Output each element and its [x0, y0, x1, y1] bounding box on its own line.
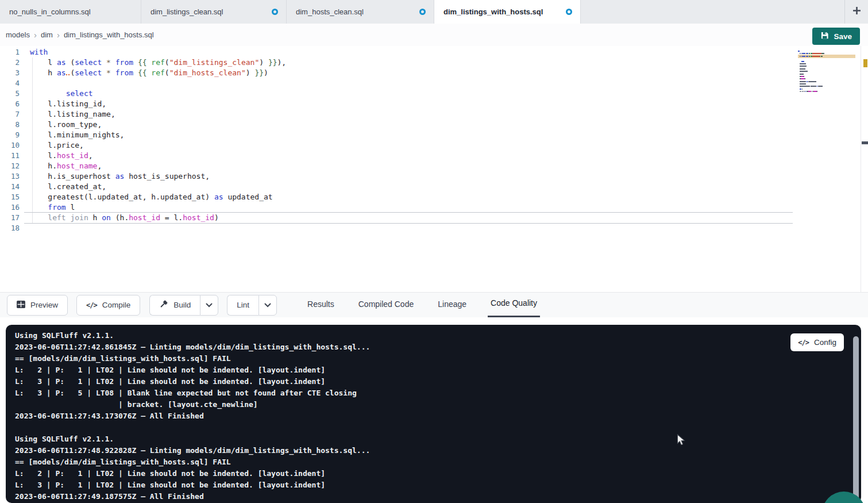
line-number: 1	[0, 47, 20, 57]
chevron-right-icon: ›	[57, 30, 60, 39]
line-number: 3	[0, 68, 20, 78]
preview-button-label: Preview	[30, 301, 58, 309]
overview-ruler-warning-marker[interactable]	[863, 59, 867, 67]
code-line[interactable]: 4	[0, 78, 868, 89]
unsaved-dot-icon	[272, 9, 278, 15]
code-line[interactable]: 2 l as (select * from {{ ref("dim_listin…	[0, 57, 868, 68]
code-line[interactable]: 13 h.is_superhost as host_is_superhost,	[0, 171, 868, 182]
preview-button[interactable]: Preview	[7, 295, 68, 316]
code-line[interactable]: 7 l.listing_name,	[0, 109, 868, 120]
line-number: 14	[0, 182, 20, 192]
file-tab-dim-hosts-clean[interactable]: dim_hosts_clean.sql	[287, 0, 434, 24]
hammer-icon	[159, 300, 168, 310]
chevron-down-icon	[264, 301, 271, 309]
lint-button[interactable]: Lint	[227, 295, 259, 316]
tab-label: Lineage	[438, 300, 466, 309]
floppy-save-icon	[820, 31, 829, 41]
line-number: 17	[0, 213, 20, 223]
file-tab-dim-listings-clean[interactable]: dim_listings_clean.sql	[141, 0, 287, 24]
code-line[interactable]: 11 l.host_id,	[0, 151, 868, 161]
breadcrumb-item-dim[interactable]: dim	[41, 30, 53, 39]
line-number: 12	[0, 161, 20, 171]
unsaved-dot-icon	[419, 9, 426, 15]
code-line[interactable]: 6 l.listing_id,	[0, 99, 868, 109]
lint-button-group: Lint	[227, 295, 277, 316]
tab-lineage[interactable]: Lineage	[435, 293, 469, 317]
breadcrumb-item-models[interactable]: models	[6, 30, 30, 39]
result-tab-bar: Results Compiled Code Lineage Code Quali…	[304, 293, 558, 317]
save-button[interactable]: Save	[812, 28, 860, 45]
tab-bar-extra	[844, 0, 868, 24]
code-line[interactable]: 16 from l	[0, 202, 868, 213]
lint-output-terminal: Using SQLFluff v2.1.1.2023-06-06T11:27:4…	[6, 325, 861, 503]
editor-right-border	[861, 46, 861, 292]
line-number: 9	[0, 130, 20, 140]
code-line[interactable]: 12 h.host_name,	[0, 161, 868, 171]
file-tab-label: no_nulls_in_columns.sql	[9, 7, 91, 16]
line-number: 2	[0, 57, 20, 68]
code-line[interactable]: 15 greatest(l.updated_at, h.updated_at) …	[0, 192, 868, 202]
sql-editor[interactable]: 1with2 l as (select * from {{ ref("dim_l…	[0, 46, 868, 292]
line-number: 5	[0, 89, 20, 99]
terminal-scrollbar[interactable]	[853, 336, 859, 502]
overview-ruler-cursor-marker[interactable]	[862, 141, 868, 144]
file-tab-bar: no_nulls_in_columns.sql dim_listings_cle…	[0, 0, 868, 24]
line-number: 11	[0, 151, 20, 161]
file-tab-label: dim_listings_clean.sql	[151, 7, 223, 16]
code-line[interactable]: 10 l.price,	[0, 140, 868, 151]
breadcrumb-item-file[interactable]: dim_listings_with_hosts.sql	[64, 30, 154, 39]
chevron-down-icon	[206, 301, 213, 309]
tab-label: Code Quality	[491, 298, 537, 308]
code-line[interactable]: 9 l.minimum_nights,	[0, 130, 868, 140]
file-tab-label: dim_listings_with_hosts.sql	[443, 7, 543, 16]
minimap[interactable]	[798, 51, 855, 96]
file-tab-no-nulls-in-columns[interactable]: no_nulls_in_columns.sql	[0, 0, 141, 24]
plus-icon	[852, 6, 861, 17]
line-number: 13	[0, 171, 20, 182]
code-line[interactable]: 17 left join h on (h.host_id = l.host_id…	[0, 213, 868, 223]
file-tab-label: dim_hosts_clean.sql	[296, 7, 364, 16]
config-button[interactable]: </> Config	[790, 333, 844, 351]
tab-results[interactable]: Results	[304, 293, 337, 317]
action-toolbar: Preview </> Compile Build	[0, 292, 868, 317]
terminal-lines: Using SQLFluff v2.1.1.2023-06-06T11:27:4…	[6, 325, 861, 503]
code-icon: </>	[798, 339, 809, 347]
line-number: 7	[0, 109, 20, 120]
breadcrumb-bar: models › dim › dim_listings_with_hosts.s…	[0, 24, 868, 46]
config-button-label: Config	[814, 338, 836, 347]
tab-code-quality[interactable]: Code Quality	[488, 293, 540, 317]
code-icon: </>	[86, 301, 97, 309]
build-button-group: Build	[149, 295, 218, 316]
build-dropdown-button[interactable]	[200, 295, 218, 316]
table-grid-icon	[17, 301, 25, 310]
chevron-right-icon: ›	[34, 30, 37, 39]
line-number: 16	[0, 202, 20, 213]
new-tab-button[interactable]	[845, 0, 868, 24]
build-button[interactable]: Build	[149, 295, 200, 316]
compile-button-label: Compile	[102, 301, 131, 309]
dbt-cloud-ide: no_nulls_in_columns.sql dim_listings_cle…	[0, 0, 868, 503]
line-number: 15	[0, 192, 20, 202]
tab-label: Compiled Code	[358, 300, 414, 309]
unsaved-dot-icon	[566, 9, 572, 15]
code-line[interactable]: 14 l.created_at,	[0, 182, 868, 192]
lint-button-label: Lint	[237, 301, 249, 309]
line-number: 6	[0, 99, 20, 109]
build-button-label: Build	[173, 301, 191, 309]
code-line[interactable]: 3 h as (select * from {{ ref("dim_hosts_…	[0, 68, 868, 78]
tab-label: Results	[307, 300, 334, 309]
line-number: 8	[0, 120, 20, 130]
code-lines: 1with2 l as (select * from {{ ref("dim_l…	[0, 47, 868, 233]
code-line[interactable]: 18	[0, 223, 868, 233]
line-number: 10	[0, 140, 20, 151]
code-line[interactable]: 8 l.room_type,	[0, 120, 868, 130]
file-tab-dim-listings-with-hosts[interactable]: dim_listings_with_hosts.sql	[434, 0, 581, 24]
code-line[interactable]: 5 select	[0, 89, 868, 99]
compile-button[interactable]: </> Compile	[76, 295, 140, 316]
lint-dropdown-button[interactable]	[259, 295, 277, 316]
line-number: 4	[0, 78, 20, 89]
tab-compiled-code[interactable]: Compiled Code	[356, 293, 417, 317]
code-line[interactable]: 1with	[0, 47, 868, 57]
save-button-label: Save	[834, 32, 852, 41]
line-number: 18	[0, 223, 20, 233]
